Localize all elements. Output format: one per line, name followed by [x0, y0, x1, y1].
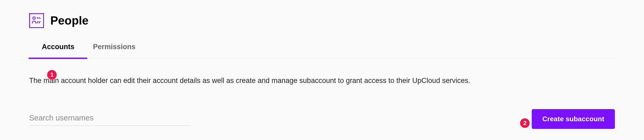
tab-permissions[interactable]: Permissions	[93, 43, 136, 58]
people-icon	[29, 13, 44, 28]
tabs: Accounts Permissions	[29, 43, 615, 59]
description-text: The main account holder can edit their a…	[29, 76, 615, 86]
create-subaccount-button[interactable]: Create subaccount	[532, 109, 615, 129]
tab-accounts[interactable]: Accounts	[42, 43, 74, 58]
annotation-badge-1: 1	[47, 70, 57, 80]
svg-point-0	[33, 17, 35, 20]
page-title: People	[50, 14, 88, 27]
search-wrap	[29, 113, 191, 126]
annotation-badge-2: 2	[520, 118, 530, 128]
search-input[interactable]	[29, 113, 191, 126]
page-header: People	[29, 13, 615, 28]
